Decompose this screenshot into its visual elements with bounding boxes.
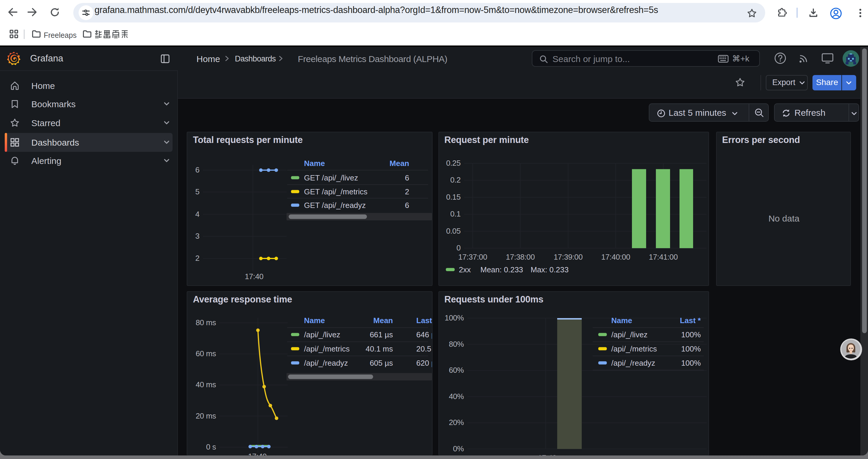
svg-text:2: 2 (195, 254, 199, 262)
svg-text:0.25: 0.25 (446, 158, 460, 167)
svg-text:17:40:00: 17:40:00 (601, 252, 630, 261)
svg-text:3: 3 (195, 231, 199, 240)
svg-text:100%: 100% (681, 358, 701, 367)
svg-text:Mean: Mean (390, 159, 409, 167)
svg-text:Name: Name (304, 159, 325, 167)
svg-text:620 µ: 620 µ (416, 358, 432, 367)
svg-text:/api/_/readyz: /api/_/readyz (611, 358, 655, 367)
svg-text:/api/_/livez: /api/_/livez (304, 330, 340, 339)
svg-text:20 ms: 20 ms (195, 411, 216, 420)
svg-text:/api/_/readyz: /api/_/readyz (304, 358, 348, 367)
svg-text:Mean: Mean (373, 316, 393, 325)
svg-text:40.1 ms: 40.1 ms (366, 344, 393, 353)
svg-text:2: 2 (405, 187, 409, 196)
svg-text:Mean: 0.233: Mean: 0.233 (480, 265, 523, 274)
svg-text:0 s: 0 s (206, 442, 216, 451)
svg-text:Last *: Last * (416, 316, 432, 325)
svg-text:/api/_/metrics: /api/_/metrics (611, 344, 657, 353)
svg-text:661 µs: 661 µs (370, 330, 393, 339)
svg-text:17:39:00: 17:39:00 (553, 252, 582, 261)
svg-text:6: 6 (405, 173, 409, 182)
svg-text:Max: 0.233: Max: 0.233 (530, 265, 568, 274)
svg-text:Last *: Last * (680, 316, 701, 325)
svg-text:100%: 100% (681, 330, 701, 339)
svg-text:6: 6 (195, 165, 199, 174)
svg-text:Name: Name (611, 316, 632, 325)
svg-text:80%: 80% (448, 339, 464, 348)
svg-text:17:37:00: 17:37:00 (458, 252, 487, 261)
svg-text:100%: 100% (681, 344, 701, 353)
svg-text:0%: 0% (453, 444, 464, 453)
svg-text:17:40: 17:40 (537, 453, 556, 455)
svg-text:0.2: 0.2 (450, 175, 460, 184)
svg-text:Name: Name (304, 316, 325, 325)
svg-text:2xx: 2xx (459, 265, 470, 274)
svg-text:60%: 60% (448, 365, 464, 374)
svg-text:100%: 100% (444, 313, 464, 322)
svg-text:0.1: 0.1 (450, 209, 460, 218)
svg-text:4: 4 (195, 209, 199, 218)
svg-text:GET /api/_/livez: GET /api/_/livez (304, 173, 358, 182)
svg-text:60 ms: 60 ms (195, 349, 216, 358)
svg-text:0.15: 0.15 (446, 192, 460, 201)
svg-text:80 ms: 80 ms (195, 318, 216, 327)
svg-text:20.5 m: 20.5 m (416, 344, 432, 353)
svg-text:17:41:00: 17:41:00 (649, 252, 677, 261)
svg-text:/api/_/livez: /api/_/livez (611, 330, 647, 339)
svg-text:0.05: 0.05 (446, 226, 460, 235)
svg-text:GET /api/_/readyz: GET /api/_/readyz (304, 201, 366, 209)
svg-text:17:40: 17:40 (245, 272, 263, 281)
svg-text:5: 5 (195, 187, 199, 196)
svg-text:/api/_/metrics: /api/_/metrics (304, 344, 350, 353)
svg-text:40 ms: 40 ms (195, 380, 216, 389)
svg-text:605 µs: 605 µs (370, 358, 393, 367)
svg-text:0: 0 (456, 243, 460, 252)
svg-text:17:40: 17:40 (248, 452, 267, 455)
svg-text:646 µ: 646 µ (416, 330, 432, 339)
svg-text:40%: 40% (448, 392, 464, 400)
svg-text:GET /api/_/metrics: GET /api/_/metrics (304, 187, 368, 196)
svg-text:6: 6 (405, 201, 409, 209)
svg-text:17:38:00: 17:38:00 (505, 252, 534, 261)
svg-text:20%: 20% (448, 418, 464, 427)
